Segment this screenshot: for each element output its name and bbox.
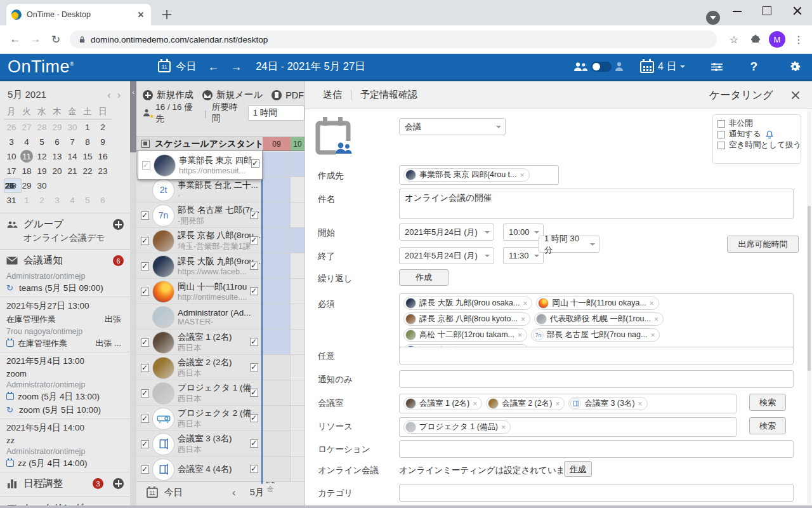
row-checkbox-left[interactable] bbox=[141, 389, 149, 398]
event-flag-0[interactable]: 非公開 bbox=[717, 118, 796, 129]
attendee-chip[interactable]: 会議室 1 (2名)× bbox=[403, 397, 482, 410]
tab-close-icon[interactable] bbox=[136, 10, 146, 20]
window-close-button[interactable] bbox=[783, 0, 812, 22]
footer-today-button[interactable]: 今日 bbox=[164, 486, 183, 498]
today-button[interactable]: 今日 bbox=[176, 60, 196, 74]
reload-button[interactable]: ↻ bbox=[46, 33, 66, 46]
minical-day[interactable]: 3 bbox=[49, 193, 65, 208]
row-checkbox-right[interactable] bbox=[251, 159, 259, 168]
chip-remove-icon[interactable]: × bbox=[473, 399, 477, 408]
minical-day[interactable]: 30 bbox=[65, 120, 80, 135]
minical-day[interactable]: 10 bbox=[4, 149, 19, 164]
select-all-checkbox[interactable] bbox=[141, 140, 150, 148]
minical-day[interactable]: 1 bbox=[19, 193, 34, 208]
notification-line[interactable]: Administrator/ontimejp bbox=[0, 446, 130, 457]
minical-day[interactable]: 23 bbox=[95, 164, 110, 178]
profile-avatar[interactable]: M bbox=[769, 31, 785, 48]
flag-checkbox[interactable] bbox=[717, 120, 725, 128]
chip-remove-icon[interactable]: × bbox=[501, 423, 506, 432]
minical-day[interactable]: 9 bbox=[95, 135, 110, 149]
toggle-switch[interactable] bbox=[591, 62, 612, 72]
chip-remove-icon[interactable]: × bbox=[520, 171, 525, 180]
minical-day[interactable]: 27 bbox=[19, 120, 34, 135]
row-checkbox-left[interactable] bbox=[142, 161, 150, 170]
notify-only-input[interactable] bbox=[399, 370, 794, 388]
attendee-chip[interactable]: 課長 大阪 九郎(9rou osaka...× bbox=[403, 297, 532, 310]
panel-scrollbar[interactable] bbox=[807, 110, 811, 504]
minical-day[interactable]: 6 bbox=[49, 135, 65, 149]
minical-day[interactable]: 8 bbox=[80, 135, 95, 149]
new-event-button[interactable]: 新規作成 bbox=[157, 89, 193, 101]
sidebar-section-catering[interactable]: ケータリング bbox=[0, 497, 130, 505]
minical-day[interactable]: 31 bbox=[4, 193, 19, 208]
window-maximize-button[interactable] bbox=[753, 0, 782, 22]
minical-day[interactable]: 26 bbox=[4, 120, 19, 135]
prev-range-button[interactable]: ← bbox=[207, 60, 219, 74]
download-indicator-icon[interactable] bbox=[706, 11, 720, 25]
assistant-row[interactable]: 課長 大阪 九郎(9rou...https://www.faceb... bbox=[136, 253, 304, 279]
row-checkbox-left[interactable] bbox=[141, 415, 149, 423]
back-button[interactable]: ← bbox=[5, 33, 25, 46]
minical-day[interactable]: 4 bbox=[19, 135, 34, 149]
sidebar-section-schedule-adjust[interactable]: 日程調整 3 bbox=[0, 472, 130, 491]
assistant-row[interactable]: 会議室 2 (2名)西日本 bbox=[136, 355, 304, 380]
address-bar[interactable]: domino.ontimedemo.com/calendar.nsf/deskt… bbox=[70, 30, 717, 48]
category-input[interactable] bbox=[399, 484, 794, 502]
row-checkbox-right[interactable] bbox=[250, 465, 258, 473]
row-checkbox-left[interactable] bbox=[141, 262, 149, 271]
location-input[interactable] bbox=[399, 440, 794, 458]
today-calendar-icon[interactable]: 11 bbox=[158, 61, 171, 72]
help-icon[interactable]: ? bbox=[750, 60, 757, 74]
attendee-chip[interactable]: 代表取締役 札幌 一郎(1rou...× bbox=[534, 312, 664, 326]
event-flag-1[interactable]: 通知する bbox=[717, 129, 796, 140]
minical-day[interactable]: 20 bbox=[49, 164, 65, 178]
notification-line[interactable]: zz (5月 4日 14:00) bbox=[0, 457, 130, 470]
minical-day[interactable]: 11 bbox=[19, 149, 34, 164]
notification-line[interactable]: zoom (5月 4日 13:00) bbox=[0, 390, 130, 403]
chip-remove-icon[interactable]: × bbox=[521, 315, 525, 324]
attendee-chip[interactable]: 会議室 2 (2名)× bbox=[486, 397, 565, 410]
chip-remove-icon[interactable]: × bbox=[518, 331, 522, 340]
minical-day[interactable]: 29 bbox=[49, 120, 65, 135]
notification-line[interactable]: 7rou nagoya/ontimejp bbox=[0, 326, 130, 337]
row-checkbox-right[interactable] bbox=[250, 262, 258, 270]
chip-remove-icon[interactable]: × bbox=[555, 399, 560, 408]
view-selector[interactable]: 4 日 bbox=[640, 60, 685, 74]
online-meeting-create-button[interactable]: 作成 bbox=[564, 461, 592, 477]
attendee-chip[interactable]: 高松 十二郎(12rou takam...× bbox=[403, 328, 527, 342]
minical-day[interactable]: 22 bbox=[80, 164, 95, 178]
attendee-chip[interactable]: 事業部長 東京 四郎(4rou t...× bbox=[403, 168, 530, 182]
flag-checkbox[interactable] bbox=[717, 142, 725, 149]
browser-tab[interactable]: OnTime - Desktop bbox=[6, 4, 151, 25]
add-group-button[interactable] bbox=[113, 219, 124, 230]
minical-day[interactable]: 3 bbox=[4, 135, 19, 149]
minical-day[interactable]: 21 bbox=[65, 164, 80, 178]
minical-day[interactable]: 28 bbox=[4, 178, 19, 193]
notification-line[interactable]: Administrator/ontimejp bbox=[0, 379, 130, 390]
browser-menu-icon[interactable]: ⋮ bbox=[788, 34, 809, 46]
event-flag-2[interactable]: 空き時間として扱う bbox=[717, 140, 796, 150]
minical-day[interactable]: 12 bbox=[34, 149, 49, 164]
row-checkbox-right[interactable] bbox=[250, 236, 258, 244]
minical-day[interactable]: 19 bbox=[34, 164, 49, 178]
sidebar-section-group[interactable]: グループ bbox=[0, 213, 130, 232]
owner-field[interactable]: 事業部長 東京 四郎(4rou t...× bbox=[399, 165, 559, 185]
new-tab-button[interactable] bbox=[160, 8, 174, 22]
add-schedule-adjust-button[interactable] bbox=[113, 478, 124, 489]
minical-prev-icon[interactable]: ‹ bbox=[104, 90, 114, 101]
notification-line[interactable]: 2021年5月27日 13:00 bbox=[0, 299, 130, 312]
duration-select[interactable]: 1 時間 bbox=[248, 105, 304, 121]
send-button[interactable]: 送信 bbox=[323, 89, 342, 101]
assistant-row[interactable]: 会議室 1 (2名)西日本 bbox=[136, 330, 304, 355]
resources-field[interactable]: プロジェクタ 1 (備品)× bbox=[399, 417, 737, 437]
new-mail-button[interactable]: 新規メール bbox=[216, 89, 263, 101]
pdf-button[interactable]: PDF bbox=[285, 90, 304, 100]
minical-day[interactable]: 2 bbox=[95, 120, 110, 135]
minical-day[interactable]: 1 bbox=[80, 120, 95, 135]
bookmark-star-icon[interactable]: ☆ bbox=[723, 34, 745, 46]
flag-checkbox[interactable] bbox=[717, 131, 725, 138]
row-checkbox-left[interactable] bbox=[141, 211, 149, 220]
people-view-toggle[interactable] bbox=[573, 62, 624, 72]
row-checkbox-left[interactable] bbox=[141, 237, 149, 245]
minical-day[interactable]: 30 bbox=[34, 178, 49, 193]
